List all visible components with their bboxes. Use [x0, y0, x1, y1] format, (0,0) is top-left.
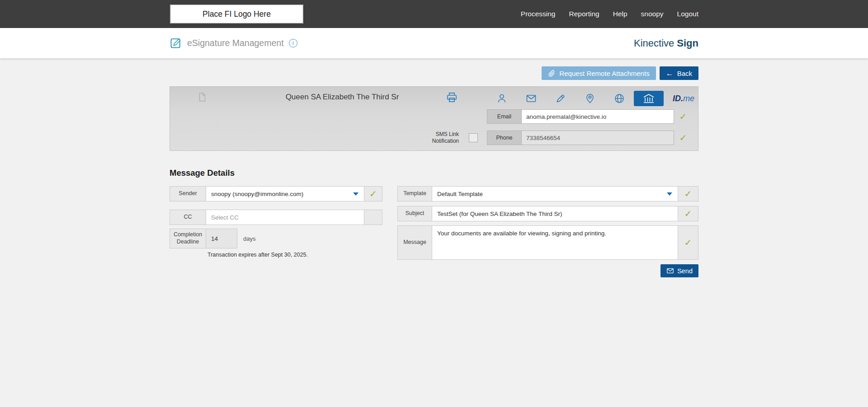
message-textarea[interactable]: Your documents are available for viewing… — [432, 225, 678, 260]
completion-deadline-input[interactable] — [206, 229, 237, 248]
form-right-column: Template Default Template ✓ Subject ✓ — [397, 186, 698, 277]
brand-name: Kinective — [634, 37, 674, 49]
bank-branch-icon[interactable] — [634, 91, 664, 106]
sender-dropdown[interactable]: snoopy (snoopy@immonline.com) — [206, 186, 364, 201]
template-label: Template — [397, 186, 432, 201]
send-label: Send — [677, 267, 693, 275]
cc-row: CC — [170, 210, 382, 225]
top-nav: Processing Reporting Help snoopy Logout — [521, 10, 698, 18]
template-valid-box: ✓ — [678, 186, 698, 201]
subject-valid-box: ✓ — [678, 206, 698, 221]
email-valid-check-icon: ✓ — [674, 112, 692, 121]
printer-icon[interactable] — [446, 91, 458, 103]
phone-label: Phone — [487, 131, 522, 145]
form-left-column: Sender snoopy (snoopy@immonline.com) ✓ C… — [170, 186, 382, 277]
dropdown-arrow-icon — [353, 192, 359, 196]
fi-logo-placeholder: Place FI Logo Here — [170, 4, 304, 24]
page-title: eSignature Management — [187, 38, 284, 48]
nav-item-logout[interactable]: Logout — [677, 10, 698, 18]
template-value: Default Template — [437, 191, 483, 197]
page-header: eSignature Management i Kinective Sign — [0, 28, 868, 58]
info-icon[interactable]: i — [289, 39, 297, 47]
sender-valid-box: ✓ — [364, 186, 382, 201]
idme-id-text: ID. — [673, 94, 683, 103]
sender-value: snoopy (snoopy@immonline.com) — [211, 191, 303, 197]
globe-icon[interactable] — [614, 93, 625, 104]
sms-notification-checkbox[interactable] — [469, 133, 478, 142]
email-row: Email ✓ — [170, 109, 698, 124]
deadline-unit-label: days — [243, 235, 255, 242]
recipient-name: Queen SA Elizabeth The Third Sr — [170, 93, 514, 102]
top-navigation-bar: Place FI Logo Here Processing Reporting … — [0, 0, 868, 28]
delivery-method-icons: ID.me — [496, 91, 694, 106]
location-pin-icon[interactable] — [585, 93, 595, 104]
expiry-note: Transaction expires after Sept 30, 2025. — [208, 252, 382, 258]
sender-label: Sender — [170, 186, 206, 201]
template-dropdown[interactable]: Default Template — [432, 186, 678, 201]
template-row: Template Default Template ✓ — [397, 186, 698, 201]
cc-input[interactable] — [206, 210, 364, 225]
subject-label: Subject — [397, 206, 432, 221]
sms-link-notification-label: SMS Link Notification — [418, 131, 459, 145]
dropdown-arrow-icon — [667, 192, 672, 196]
brand-logo: Kinective Sign — [634, 37, 698, 49]
phone-input[interactable] — [522, 131, 674, 145]
signature-pen-icon[interactable] — [555, 93, 566, 104]
completion-deadline-row: Completion Deadline days — [170, 229, 382, 248]
completion-deadline-label: Completion Deadline — [170, 229, 206, 248]
message-row: Message Your documents are available for… — [397, 225, 698, 260]
back-label: Back — [677, 70, 692, 77]
email-label: Email — [487, 109, 522, 124]
sender-valid-check-icon: ✓ — [369, 189, 377, 198]
main-content: Request Remote Attachments ← Back Queen … — [0, 58, 868, 277]
send-envelope-icon — [666, 267, 674, 275]
subject-row: Subject ✓ — [397, 206, 698, 221]
cc-suffix-box — [364, 210, 382, 225]
nav-item-user[interactable]: snoopy — [641, 10, 664, 18]
send-button[interactable]: Send — [660, 264, 698, 277]
recipient-panel: Queen SA Elizabeth The Third Sr — [170, 86, 698, 151]
brand-product: Sign — [677, 37, 698, 49]
back-button[interactable]: ← Back — [660, 66, 698, 80]
paperclip-icon — [548, 70, 556, 77]
nav-item-processing[interactable]: Processing — [521, 10, 556, 18]
send-row: Send — [397, 264, 698, 277]
envelope-icon[interactable] — [526, 93, 537, 104]
message-label: Message — [397, 225, 432, 260]
request-remote-attachments-button[interactable]: Request Remote Attachments — [542, 66, 656, 80]
message-valid-box: ✓ — [678, 225, 698, 260]
message-details-form: Sender snoopy (snoopy@immonline.com) ✓ C… — [170, 186, 698, 277]
subject-valid-check-icon: ✓ — [684, 209, 692, 218]
subject-input[interactable] — [432, 206, 678, 221]
phone-row: SMS Link Notification Phone ✓ — [170, 131, 698, 145]
phone-valid-check-icon: ✓ — [674, 133, 692, 142]
request-remote-attachments-label: Request Remote Attachments — [559, 70, 649, 77]
back-arrow-icon: ← — [666, 70, 674, 77]
idme-logo[interactable]: ID.me — [673, 94, 694, 103]
message-details-heading: Message Details — [170, 168, 698, 178]
nav-item-help[interactable]: Help — [613, 10, 627, 18]
template-valid-check-icon: ✓ — [684, 189, 692, 198]
toolbar-actions: Request Remote Attachments ← Back — [170, 66, 698, 80]
cc-label: CC — [170, 210, 206, 225]
sender-row: Sender snoopy (snoopy@immonline.com) ✓ — [170, 186, 382, 201]
nav-item-reporting[interactable]: Reporting — [569, 10, 599, 18]
person-icon[interactable] — [496, 93, 507, 104]
esignature-document-icon — [170, 37, 182, 50]
idme-me-text: me — [683, 94, 694, 103]
email-input[interactable] — [522, 109, 674, 124]
message-valid-check-icon: ✓ — [684, 238, 692, 247]
